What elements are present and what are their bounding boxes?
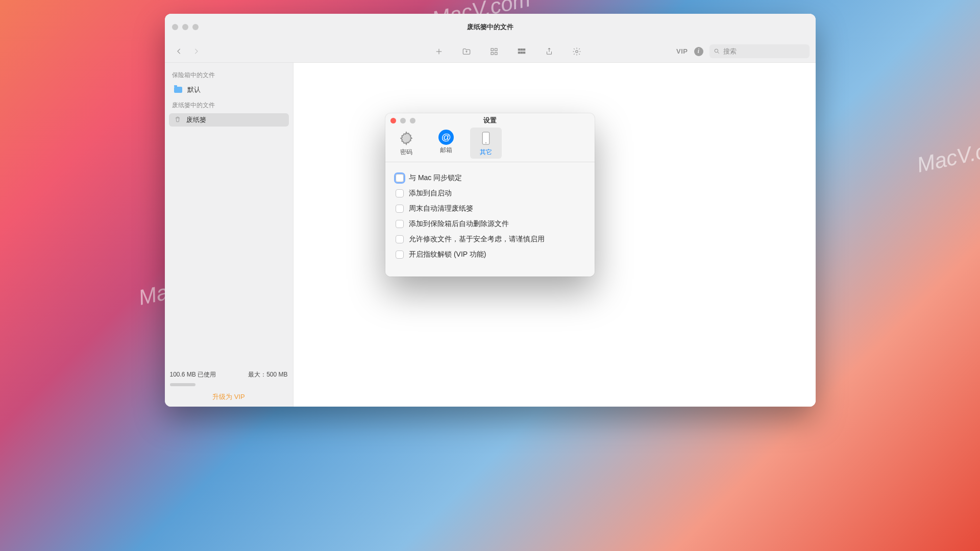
close-button[interactable] — [172, 24, 178, 30]
watermark: MacV.com — [915, 133, 980, 178]
svg-rect-1 — [495, 48, 497, 51]
svg-point-14 — [485, 142, 486, 143]
sidebar-footer: 100.6 MB 已使用 最大：500 MB 升级为 VIP — [165, 365, 293, 407]
toolbar: VIP i 搜索 — [165, 40, 816, 63]
svg-rect-3 — [495, 52, 497, 55]
tab-label: 密码 — [400, 148, 412, 157]
dialog-minimize-button[interactable] — [400, 118, 406, 123]
search-input[interactable]: 搜索 — [709, 44, 810, 58]
svg-rect-0 — [491, 48, 494, 51]
window-titlebar: 废纸篓中的文件 — [165, 14, 816, 40]
checkbox[interactable] — [396, 220, 404, 228]
minimize-button[interactable] — [182, 24, 188, 30]
tab-label: 其它 — [480, 148, 492, 157]
nav-forward-button[interactable] — [189, 44, 204, 59]
dialog-close-button[interactable] — [390, 118, 396, 123]
gear-icon — [398, 130, 415, 147]
storage-used-label: 100.6 MB 已使用 — [170, 370, 216, 379]
folder-icon — [174, 87, 182, 93]
window-title: 废纸篓中的文件 — [467, 22, 513, 32]
tiles-icon[interactable] — [517, 46, 527, 57]
option-label: 开启指纹解锁 (VIP 功能) — [409, 250, 486, 259]
share-icon[interactable] — [544, 46, 554, 57]
svg-rect-5 — [521, 48, 523, 50]
option-label: 与 Mac 同步锁定 — [409, 173, 462, 183]
device-icon — [477, 130, 495, 147]
upgrade-vip-link[interactable]: 升级为 VIP — [170, 392, 288, 402]
settings-dialog: 设置 密码 @ 邮箱 其它 与 Mac 同步锁定 — [385, 113, 595, 277]
dialog-tabs: 密码 @ 邮箱 其它 — [385, 128, 595, 162]
storage-max-label: 最大：500 MB — [248, 370, 287, 379]
trash-icon — [174, 115, 181, 125]
vip-label[interactable]: VIP — [676, 47, 688, 55]
option-label: 允许修改文件，基于安全考虑，请谨慎启用 — [409, 235, 545, 244]
checkbox[interactable] — [396, 174, 404, 182]
option-delete-source[interactable]: 添加到保险箱后自动删除源文件 — [396, 216, 584, 232]
dialog-zoom-button[interactable] — [410, 118, 415, 123]
grid-icon[interactable] — [489, 46, 499, 57]
svg-point-11 — [715, 49, 718, 53]
sidebar-section-vault: 保险箱中的文件 — [169, 67, 289, 83]
sidebar-section-trash: 废纸篓中的文件 — [169, 97, 289, 113]
svg-rect-7 — [518, 52, 520, 53]
svg-rect-8 — [521, 52, 523, 53]
svg-rect-6 — [523, 48, 525, 50]
at-icon: @ — [438, 130, 454, 145]
dialog-title: 设置 — [483, 116, 497, 125]
dialog-titlebar: 设置 — [385, 113, 595, 128]
checkbox[interactable] — [396, 189, 404, 197]
checkbox[interactable] — [396, 251, 404, 259]
traffic-lights — [172, 24, 199, 30]
sidebar-item-label: 默认 — [187, 85, 201, 94]
tab-mail[interactable]: @ 邮箱 — [430, 128, 462, 159]
svg-rect-2 — [491, 52, 494, 55]
svg-rect-4 — [518, 48, 520, 50]
tab-other[interactable]: 其它 — [470, 128, 502, 159]
option-allow-modify[interactable]: 允许修改文件，基于安全考虑，请谨慎启用 — [396, 232, 584, 247]
option-touch-id[interactable]: 开启指纹解锁 (VIP 功能) — [396, 247, 584, 262]
option-sync-lock[interactable]: 与 Mac 同步锁定 — [396, 170, 584, 186]
checkbox[interactable] — [396, 205, 404, 213]
option-label: 添加到自启动 — [409, 189, 452, 198]
nav-back-button[interactable] — [172, 44, 186, 59]
add-icon[interactable] — [434, 46, 444, 57]
storage-progress — [170, 383, 195, 386]
gear-icon[interactable] — [572, 46, 582, 57]
zoom-button[interactable] — [192, 24, 199, 30]
option-weekend-clean[interactable]: 周末自动清理废纸篓 — [396, 201, 584, 216]
search-placeholder: 搜索 — [723, 47, 737, 56]
option-label: 周末自动清理废纸篓 — [409, 204, 473, 213]
tab-password[interactable]: 密码 — [390, 128, 422, 159]
svg-rect-9 — [523, 52, 525, 53]
option-add-startup[interactable]: 添加到自启动 — [396, 186, 584, 201]
svg-point-10 — [576, 50, 578, 53]
sidebar: 保险箱中的文件 默认 废纸篓中的文件 废纸篓 100.6 MB 已使用 最大：5… — [165, 63, 293, 407]
checkbox[interactable] — [396, 235, 404, 243]
sidebar-item-label: 废纸篓 — [186, 115, 206, 124]
sidebar-item-default[interactable]: 默认 — [169, 83, 289, 96]
dialog-body: 与 Mac 同步锁定 添加到自启动 周末自动清理废纸篓 添加到保险箱后自动删除源… — [385, 162, 595, 277]
option-label: 添加到保险箱后自动删除源文件 — [409, 219, 509, 229]
import-folder-icon[interactable] — [461, 46, 472, 57]
tab-label: 邮箱 — [440, 146, 452, 155]
info-icon[interactable]: i — [694, 47, 703, 56]
sidebar-item-trash[interactable]: 废纸篓 — [169, 113, 289, 127]
